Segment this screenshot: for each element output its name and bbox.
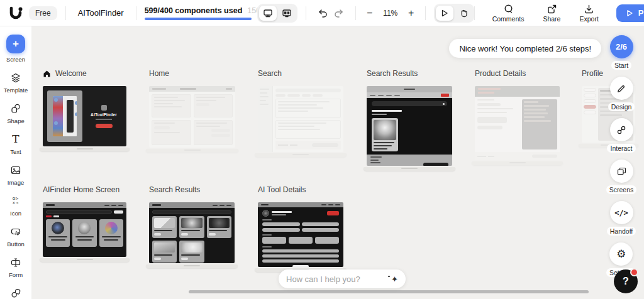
glyphs-icon: ɑ▷×→ [13, 194, 19, 207]
divider [474, 6, 475, 20]
zoom-in-button[interactable]: + [406, 8, 417, 18]
footer-pill [423, 163, 448, 166]
divider [306, 6, 306, 20]
screen-card-ai-tool-details[interactable]: AI Tool Details [258, 185, 343, 272]
components-used-text: 599/400 components used [145, 6, 243, 15]
share-button[interactable]: Share [541, 4, 562, 23]
play-icon [626, 9, 633, 17]
storyboard-view-button[interactable] [278, 6, 296, 21]
sidebar-item-template[interactable]: Template [0, 71, 31, 94]
layers-icon [10, 71, 21, 84]
export-icon [584, 4, 594, 14]
right-rail: 2/6 Start Design Interact Screens </> Ha… [602, 35, 641, 284]
sidebar-item-text[interactable]: T Text [0, 133, 31, 155]
code-icon: </> [610, 201, 633, 224]
share-icon [547, 4, 557, 14]
export-button[interactable]: Export [578, 4, 599, 23]
redo-icon [333, 8, 345, 19]
tool-card [99, 219, 123, 247]
comments-button[interactable]: Comments [491, 4, 526, 23]
form-input-icon [10, 256, 21, 269]
plan-badge[interactable]: Free [29, 6, 57, 20]
screen-label-search-results-2: Search Results [149, 185, 200, 194]
laptop-base [255, 153, 347, 157]
screen-card-home[interactable]: Home [149, 69, 235, 153]
notification-dot [630, 268, 638, 276]
rail-item-design[interactable]: Design [608, 77, 635, 111]
divider [136, 6, 136, 20]
result-card [179, 241, 204, 263]
zoom-out-button[interactable]: − [364, 8, 375, 18]
screen-card-product-details[interactable]: Product Details [475, 69, 560, 165]
zoom-controls: − 11% + [364, 8, 417, 18]
redo-button[interactable] [331, 5, 347, 21]
assistant-input-container: ✦ [279, 269, 406, 288]
components-progress-bar [145, 18, 252, 20]
rail-item-screens[interactable]: Screens [606, 160, 637, 194]
thumbnail-search-results[interactable] [367, 86, 452, 166]
preview-button[interactable]: Preview [616, 4, 644, 22]
screen-card-welcome[interactable]: Welcome AIToolFinder [43, 69, 126, 151]
toast-text: Nice work! You completed 2/6 steps! [459, 44, 591, 53]
link-icon [610, 118, 633, 141]
sidebar-item-screen[interactable]: + Screen [0, 35, 31, 63]
sidebar-item-icon[interactable]: ɑ▷×→ Icon [0, 194, 31, 217]
undo-icon [317, 8, 328, 19]
screen-card-search-results-2[interactable]: Search Results [149, 185, 235, 268]
hand-tool-button[interactable] [455, 6, 472, 21]
cursor-mode-toggle [434, 4, 474, 23]
add-screen-icon: + [6, 35, 25, 53]
zoom-level[interactable]: 11% [382, 9, 399, 18]
laptop-base [146, 264, 238, 268]
screen-card-aifinder-home[interactable]: AIFinder Home Screen [43, 185, 126, 262]
text-icon: T [12, 133, 19, 146]
welcome-hero: AIToolFinder [86, 90, 122, 142]
gear-icon: ⚙ [609, 242, 633, 266]
help-button[interactable]: ? [614, 269, 638, 293]
toolbar-actions: Comments Share Export Preview [474, 4, 644, 23]
screen-label-search-results: Search Results [367, 69, 418, 78]
uizard-logo-icon[interactable] [8, 6, 24, 21]
rail-item-start[interactable]: 2/6 Start [610, 35, 633, 70]
assistant-input[interactable] [286, 275, 387, 284]
comments-icon [503, 4, 514, 14]
project-name[interactable]: AIToolFinder [74, 8, 128, 18]
sidebar-item-button[interactable]: Button [0, 225, 31, 247]
screen-label-profile: Profile [582, 69, 603, 78]
thumbnail-search[interactable] [258, 86, 343, 152]
laptop-base [146, 149, 238, 153]
left-sidebar: + Screen Template Shape T Text Image ɑ▷×… [0, 26, 31, 299]
horizontal-scrollbar[interactable] [189, 290, 589, 293]
screen-label-home: Home [149, 69, 169, 78]
rail-item-interact[interactable]: Interact [607, 118, 635, 153]
tool-logo [262, 210, 269, 217]
welcome-collage [47, 90, 82, 142]
laptop-base [40, 258, 130, 262]
thumbnail-ai-tool-details[interactable] [258, 202, 343, 267]
sidebar-item-image[interactable]: Image [0, 163, 31, 186]
sidebar-item-shape[interactable]: Shape [0, 102, 31, 124]
thumbnail-aifinder-home[interactable] [43, 202, 126, 257]
components-usage: 599/400 components used 150% [145, 6, 252, 20]
rail-item-handoff[interactable]: </> Handoff [607, 201, 636, 236]
thumbnail-product-details[interactable] [475, 86, 560, 160]
thumbnail-welcome[interactable]: AIToolFinder [43, 86, 126, 146]
screen-card-search-results[interactable]: Search Results [367, 69, 452, 171]
pointer-tool-button[interactable] [436, 6, 453, 21]
screen-label-search: Search [258, 69, 282, 78]
device-view-toggle [257, 4, 297, 23]
result-card [372, 118, 398, 151]
sidebar-item-form[interactable]: Form [0, 256, 31, 278]
tool-card [46, 219, 70, 247]
result-card [207, 216, 231, 238]
undo-button[interactable] [314, 5, 331, 21]
progress-toast: Nice work! You completed 2/6 steps! [449, 39, 601, 58]
screen-card-search[interactable]: Search [258, 69, 343, 157]
start-progress-badge[interactable]: 2/6 [610, 35, 633, 58]
thumbnail-home[interactable] [149, 86, 235, 148]
single-screen-view-button[interactable] [259, 6, 277, 21]
thumbnail-search-results-2[interactable] [149, 202, 235, 263]
sidebar-item-brand[interactable]: Brand [0, 286, 31, 299]
result-card [179, 216, 204, 238]
sparkle-icon[interactable]: ✦ [391, 275, 398, 284]
